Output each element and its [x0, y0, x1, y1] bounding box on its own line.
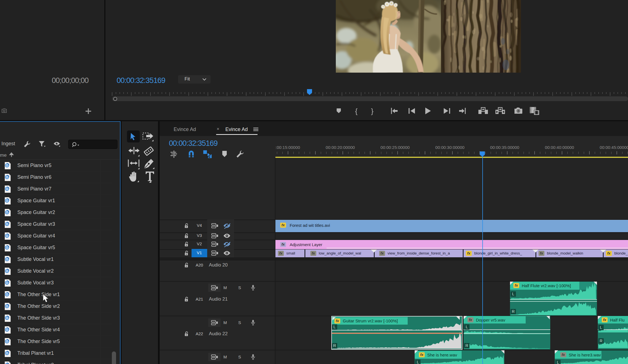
svg-text:}: } [371, 107, 374, 115]
svg-text:{: { [355, 107, 358, 115]
